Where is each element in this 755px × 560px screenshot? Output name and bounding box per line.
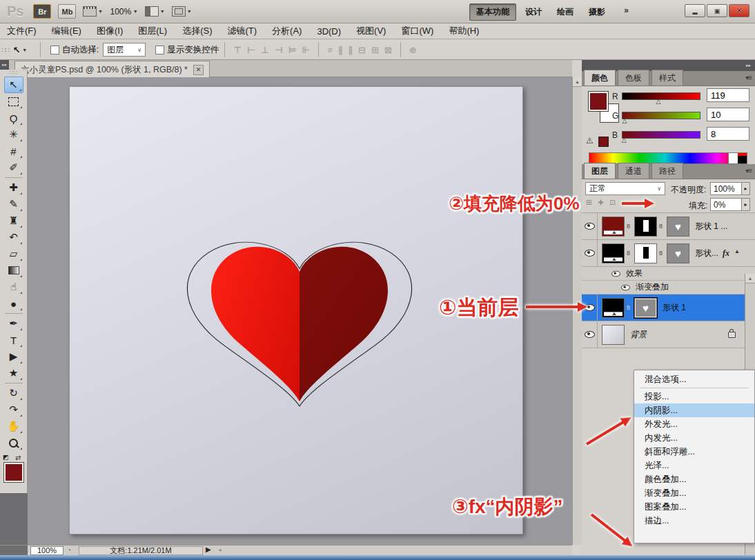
layer-name[interactable]: 背景 (630, 329, 647, 341)
menu-window[interactable]: 窗口(W) (401, 25, 433, 37)
tool-quick-selection[interactable]: ✳ (4, 126, 23, 143)
align-button-1[interactable]: ⊢ (247, 45, 255, 55)
layer-row-shape1-copy2[interactable]: 8 8 ♥ 形状 1 ... (582, 213, 755, 240)
slider-marker-icon[interactable]: △ (656, 98, 661, 105)
gradient-fill-thumbnail[interactable] (602, 243, 625, 263)
vector-mask-thumbnail[interactable]: ♥ (667, 217, 689, 237)
zoom-level[interactable]: 100% (110, 7, 131, 17)
workspace-button-painting[interactable]: 绘画 (551, 4, 580, 20)
tab-color[interactable]: 颜色 (584, 70, 616, 86)
tool-preset-dropdown-icon[interactable]: ▾ (23, 47, 26, 53)
align-button-3[interactable]: ⊣ (275, 45, 283, 55)
fill-value[interactable]: 0% (710, 198, 742, 211)
menu-layer[interactable]: 图层(L) (138, 25, 167, 37)
context-menu-item-pattern-overlay[interactable]: 图案叠加... (634, 500, 754, 514)
menu-analysis[interactable]: 分析(A) (272, 25, 302, 37)
gamut-warning-icon[interactable]: ⚠ (586, 136, 594, 146)
fill-spinner[interactable]: ▸ (741, 198, 750, 211)
context-menu-item-outer-glow[interactable]: 外发光... (634, 417, 754, 431)
slider-marker-icon[interactable]: △ (622, 117, 627, 124)
workspace-overflow-button[interactable]: » (624, 6, 627, 15)
context-menu-item-gradient-overlay[interactable]: 渐变叠加... (634, 486, 754, 500)
tool-type[interactable]: T (4, 332, 23, 348)
layer-name[interactable]: 形状 1 (663, 302, 686, 314)
context-menu-item-color-overlay[interactable]: 颜色叠加... (634, 472, 754, 486)
show-transform-checkbox[interactable] (155, 46, 164, 54)
left-dock-collapse-button[interactable]: ▸▸ (0, 60, 9, 70)
lock-buttons[interactable]: ⊞ ✚ ⊡ (586, 199, 618, 206)
distribute-button-3[interactable]: ⊟ (358, 45, 366, 55)
scroll-up-icon[interactable]: ▲ (745, 274, 755, 283)
menu-help[interactable]: 帮助(H) (449, 25, 479, 37)
context-menu-item-drop-shadow[interactable]: 投影... (634, 390, 754, 403)
channel-value-input[interactable] (707, 88, 749, 102)
tab-close-icon[interactable]: ✕ (193, 65, 204, 75)
menu-filter[interactable]: 滤镜(T) (227, 25, 257, 37)
slider-marker-icon[interactable]: △ (622, 137, 627, 143)
panel-menu-icon[interactable]: ▾≡ (745, 167, 752, 174)
vector-mask-thumbnail-selected[interactable]: ♥ (634, 298, 657, 318)
background-thumbnail[interactable] (602, 325, 625, 345)
tool-hand[interactable]: ✋ (4, 418, 23, 434)
spectrum-white-swatch[interactable] (728, 153, 738, 163)
tool-eyedropper[interactable]: ✐ (4, 159, 23, 176)
tool-gradient[interactable] (4, 262, 23, 279)
menu-image[interactable]: 图像(I) (97, 25, 123, 37)
gradient-overlay-effect-row[interactable]: 渐变叠加 (582, 281, 755, 294)
tab-channels[interactable]: 通道 (618, 163, 649, 179)
gradient-fill-thumbnail[interactable] (602, 217, 625, 237)
tool-brush[interactable]: ✎ (4, 196, 23, 212)
mini-bridge-button[interactable]: Mb (58, 4, 76, 19)
gamut-color-swatch[interactable] (598, 137, 609, 147)
opacity-value[interactable]: 100% (710, 182, 742, 195)
channel-slider[interactable] (622, 112, 700, 119)
tool-history-brush[interactable]: ↶ (4, 229, 23, 246)
tool-3d-orbit[interactable]: ↷ (4, 401, 23, 418)
hscroll-left-icon[interactable]: ◂ (218, 546, 222, 553)
gradient-fill-thumbnail[interactable] (602, 298, 625, 318)
fx-collapse-icon[interactable]: ▲ (734, 248, 740, 254)
menu-file[interactable]: 文件(F) (7, 25, 37, 37)
layer-row-shape1-selected[interactable]: 8 ♥ 形状 1 (582, 294, 755, 321)
tool-marquee[interactable] (4, 93, 23, 110)
status-doc-info[interactable]: 文档:1.21M/2.01M (79, 546, 203, 555)
eye-icon[interactable] (611, 270, 620, 277)
vector-mask-thumbnail[interactable]: ♥ (667, 243, 689, 263)
distribute-button-0[interactable]: ≡ (327, 45, 333, 55)
context-menu-item-stroke[interactable]: 描边... (634, 514, 754, 528)
channel-slider[interactable] (622, 92, 700, 100)
visibility-toggle[interactable] (582, 240, 598, 266)
swap-colors-icon[interactable]: ⇄ (15, 454, 21, 461)
document-tab[interactable]: 六小灵童PS.psd @ 100% (形状 1, RGB/8) * ✕ (14, 61, 210, 78)
view-extras-icon[interactable] (83, 6, 97, 17)
layer-row-shape1-copy[interactable]: 8 8 ♥ 形状... fx ▲ (582, 240, 755, 267)
auto-align-button[interactable]: ⊕ (409, 45, 417, 55)
layer-mask-thumbnail[interactable] (634, 217, 657, 237)
channel-value-input[interactable] (707, 127, 749, 141)
auto-select-checkbox[interactable] (50, 46, 59, 54)
tab-swatches[interactable]: 色板 (618, 70, 649, 86)
context-menu-item-bevel-emboss[interactable]: 斜面和浮雕... (634, 445, 754, 459)
opacity-spinner[interactable]: ▸ (741, 182, 750, 195)
menu-edit[interactable]: 编辑(E) (52, 25, 81, 37)
visibility-toggle[interactable] (582, 321, 598, 348)
status-expand-icon[interactable]: ▶ (206, 546, 211, 553)
distribute-button-2[interactable]: ∥ (349, 45, 353, 55)
menu-3d[interactable]: 3D(D) (317, 26, 341, 37)
context-menu-item-blending-options[interactable]: 混合选项... (634, 372, 754, 386)
tool-clone-stamp[interactable]: ♜ (4, 212, 23, 229)
menu-select[interactable]: 选择(S) (182, 25, 212, 37)
distribute-button-1[interactable]: ∦ (338, 45, 343, 55)
auto-select-target-dropdown[interactable]: 图层 ∨ (103, 43, 146, 57)
arrange-dropdown-icon[interactable]: ▾ (161, 8, 164, 14)
tool-zoom[interactable] (4, 434, 23, 451)
layer-name[interactable]: 形状 1 ... (695, 221, 727, 232)
align-button-5[interactable]: ⊩ (302, 45, 311, 55)
layer-mask-thumbnail[interactable] (634, 243, 657, 263)
layer-row-background[interactable]: 背景 (582, 321, 755, 348)
tool-smudge[interactable]: ☝ (4, 279, 23, 295)
tab-styles[interactable]: 样式 (651, 70, 683, 86)
minimize-button[interactable]: ▂ (685, 4, 705, 17)
close-button[interactable]: ✕ (729, 4, 749, 17)
tool-3d-rotate[interactable]: ↻ (4, 385, 23, 401)
